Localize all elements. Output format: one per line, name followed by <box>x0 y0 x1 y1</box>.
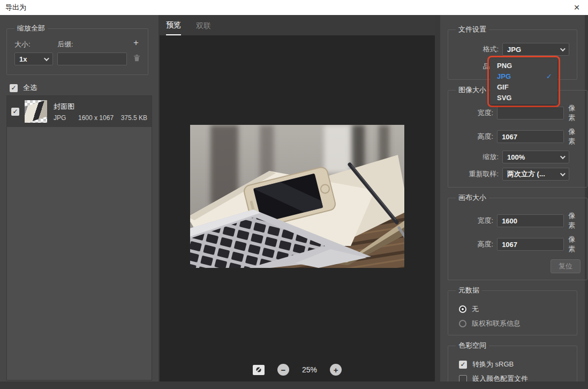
pixels-unit: 像素 <box>568 211 581 230</box>
image-width-input[interactable] <box>497 107 564 119</box>
pixels-unit: 像素 <box>568 103 581 123</box>
menu-item-png[interactable]: PNG <box>490 60 557 71</box>
asset-dimensions: 1600 x 1067 <box>78 114 121 122</box>
canvas-size-group: 画布大小 宽度: 像素 高度: 像素 复位 <box>448 193 587 280</box>
canvas-width-label: 宽度: <box>455 216 493 226</box>
menu-item-gif[interactable]: GIF <box>490 81 557 92</box>
format-dropdown-menu: PNG JPG ✓ GIF SVG <box>490 58 557 104</box>
chevron-down-icon <box>44 56 49 61</box>
zoom-out-button[interactable]: − <box>277 364 289 376</box>
convert-srgb-option[interactable]: ✓ 转换为 sRGB <box>459 360 569 369</box>
asset-format: JPG <box>54 114 78 122</box>
dialog-bottom-edge <box>0 381 588 389</box>
pixels-unit: 像素 <box>568 235 581 254</box>
chevron-down-icon <box>560 171 566 176</box>
chevron-down-icon <box>560 46 566 51</box>
dialog-title: 导出为 <box>5 3 26 12</box>
metadata-group: 元数据 无 版权和联系信息 <box>448 286 577 335</box>
asset-file-size: 375.5 KB <box>121 114 147 122</box>
zoom-in-button[interactable]: + <box>330 364 342 376</box>
asset-thumbnail <box>25 100 47 123</box>
canvas-width-input[interactable] <box>497 214 564 227</box>
left-panel: 缩放全部 大小: 后缀: + 1x <box>0 15 159 381</box>
chevron-down-icon <box>560 154 566 159</box>
image-height-input[interactable] <box>497 130 564 143</box>
fit-view-icon[interactable] <box>253 365 265 375</box>
format-label: 格式: <box>455 44 499 54</box>
select-all-checkbox[interactable]: ✓ <box>10 84 18 92</box>
export-dialog: 缩放全部 大小: 后缀: + 1x <box>0 15 588 389</box>
trash-icon[interactable] <box>133 54 140 64</box>
format-menu-annotation: PNG JPG ✓ GIF SVG <box>487 56 560 107</box>
resample-label: 重新取样: <box>455 169 499 179</box>
metadata-copyright-option[interactable]: 版权和联系信息 <box>459 319 569 328</box>
zoom-level: 25% <box>302 365 317 374</box>
color-space-legend: 色彩空间 <box>456 341 489 350</box>
asset-thumbnail-image <box>25 100 47 123</box>
pixels-unit: 像素 <box>568 127 581 146</box>
file-settings-legend: 文件设置 <box>456 25 489 34</box>
image-size-legend: 图像大小 <box>456 85 489 95</box>
size-select[interactable]: 1x <box>14 53 53 65</box>
metadata-legend: 元数据 <box>456 286 482 295</box>
image-width-label: 宽度: <box>455 108 493 118</box>
menu-item-svg[interactable]: SVG <box>490 92 557 103</box>
canvas-height-label: 高度: <box>455 240 493 249</box>
metadata-none-option[interactable]: 无 <box>459 304 569 314</box>
resample-select[interactable]: 两次立方 (... <box>502 168 569 181</box>
suffix-label: 后缀: <box>57 40 132 49</box>
preview-image <box>190 125 404 268</box>
asset-list: ✓ 封面图 JPG 1600 x 1067 375.5 KB <box>6 95 152 380</box>
scale-label: 缩放: <box>455 152 499 162</box>
zoom-controls: − 25% + <box>160 362 435 377</box>
size-label: 大小: <box>14 40 57 49</box>
asset-list-item[interactable]: ✓ 封面图 JPG 1600 x 1067 375.5 KB <box>7 96 152 127</box>
close-icon[interactable]: × <box>569 0 585 15</box>
canvas-height-input[interactable] <box>497 238 564 251</box>
canvas-size-legend: 画布大小 <box>456 193 489 203</box>
preview-tabbar: 预览 双联 <box>160 15 435 35</box>
check-icon: ✓ <box>546 72 552 80</box>
select-all-row[interactable]: ✓ 全选 <box>10 83 37 93</box>
select-all-label: 全选 <box>23 83 37 93</box>
dialog-titlebar: 导出为 × <box>0 0 588 15</box>
radio-selected-icon[interactable] <box>459 305 466 313</box>
menu-item-jpg[interactable]: JPG ✓ <box>490 71 557 81</box>
tab-preview[interactable]: 预览 <box>166 20 181 35</box>
scale-all-group: 缩放全部 大小: 后缀: + 1x <box>6 24 148 75</box>
scale-all-legend: 缩放全部 <box>14 24 48 33</box>
settings-panel: 文件设置 格式: JPG 品质: PNG <box>440 15 585 381</box>
image-height-label: 高度: <box>455 132 493 141</box>
format-select[interactable]: JPG <box>502 43 569 56</box>
checkbox-checked-icon[interactable]: ✓ <box>459 361 467 369</box>
tab-two-up[interactable]: 双联 <box>196 21 211 35</box>
asset-name: 封面图 <box>54 102 147 111</box>
suffix-input[interactable] <box>57 53 127 65</box>
radio-unselected-icon[interactable] <box>459 320 466 327</box>
add-scale-icon[interactable]: + <box>132 40 140 49</box>
asset-checkbox[interactable]: ✓ <box>11 108 19 116</box>
scale-select[interactable]: 100% <box>502 151 569 163</box>
preview-canvas: − 25% + <box>160 35 435 381</box>
preview-panel: 预览 双联 <box>160 15 435 381</box>
reset-button[interactable]: 复位 <box>551 259 581 273</box>
